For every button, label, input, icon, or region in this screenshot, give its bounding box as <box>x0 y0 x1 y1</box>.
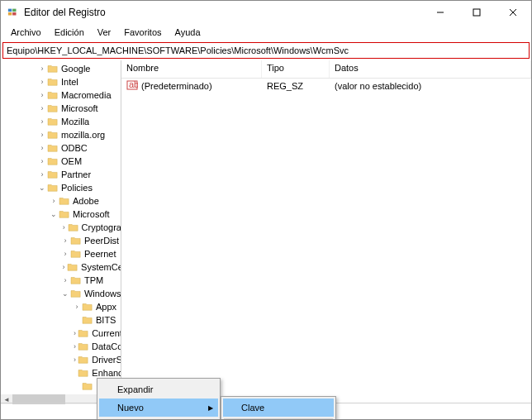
chevron-right-icon[interactable]: › <box>60 250 70 258</box>
tree-label: Intel <box>61 77 78 87</box>
chevron-right-icon: ▶ <box>208 404 213 412</box>
tree-item[interactable]: ›Partner <box>1 168 121 181</box>
maximize-button[interactable] <box>458 1 495 24</box>
menu-ver[interactable]: Ver <box>91 26 118 39</box>
tree-item[interactable]: ›Appx <box>1 300 121 313</box>
chevron-right-icon[interactable]: › <box>37 78 47 86</box>
chevron-right-icon[interactable]: › <box>60 236 70 245</box>
ctx-nuevo[interactable]: Nuevo▶ <box>99 399 218 417</box>
tree-item[interactable]: ⌄Microsoft <box>1 208 121 221</box>
chevron-right-icon[interactable]: › <box>37 104 47 112</box>
svg-text:ab: ab <box>129 79 138 89</box>
tree-item[interactable]: ⌄Policies <box>1 181 121 194</box>
tree-item[interactable]: ›ODBC <box>1 141 121 155</box>
folder-icon <box>47 183 59 193</box>
folder-icon <box>59 209 70 219</box>
svg-rect-0 <box>8 9 12 12</box>
ctx-expandir[interactable]: Expandir <box>99 380 218 399</box>
tree-label: Microsoft <box>61 103 98 113</box>
col-data[interactable]: Datos <box>330 60 531 78</box>
tree-item[interactable]: ›DriverSearc <box>1 353 121 366</box>
svg-rect-3 <box>12 12 16 16</box>
list-view[interactable]: Nombre Tipo Datos ab (Predeterminado) RE… <box>121 60 531 404</box>
tree-item[interactable]: ›Mozilla <box>1 115 121 128</box>
chevron-down-icon[interactable]: ⌄ <box>49 210 59 218</box>
close-button[interactable] <box>495 1 531 24</box>
tree-label: DriverSearc <box>92 355 121 365</box>
tree-label: CurrentVers <box>92 328 121 338</box>
tree-item[interactable]: ›Intel <box>1 75 121 88</box>
tree-label: mozilla.org <box>61 130 105 140</box>
folder-icon <box>47 90 59 100</box>
chevron-right-icon[interactable]: › <box>60 276 70 284</box>
tree-label: BITS <box>96 315 116 325</box>
tree-item[interactable]: ›TPM <box>1 274 121 287</box>
tree-item[interactable]: ›Macromedia <box>1 88 121 102</box>
tree-item[interactable]: ›DataCollecti <box>1 340 121 353</box>
tree-label: Cryptography <box>82 222 121 232</box>
chevron-right-icon[interactable]: › <box>60 263 67 271</box>
tree-item[interactable]: ›CurrentVers <box>1 327 121 340</box>
tree-item[interactable]: ›Cryptography <box>1 221 121 234</box>
menu-ayuda[interactable]: Ayuda <box>169 26 207 39</box>
tree-item[interactable]: ›Microsoft <box>1 102 121 115</box>
tree-label: SystemCertific <box>81 262 121 272</box>
address-bar[interactable]: Equipo\HKEY_LOCAL_MACHINE\SOFTWARE\Polic… <box>2 42 530 59</box>
tree-item[interactable]: ›PeerDist <box>1 234 121 247</box>
tree-item[interactable]: ›OEM <box>1 155 121 168</box>
tree-item[interactable]: ›SystemCertific <box>1 260 121 274</box>
folder-icon <box>47 169 59 179</box>
chevron-right-icon[interactable]: › <box>37 64 47 73</box>
string-value-icon: ab <box>126 79 138 93</box>
tree-item[interactable]: BITS <box>1 313 121 327</box>
tree-label: Windows <box>84 289 121 298</box>
cell-type: REG_SZ <box>262 81 330 91</box>
tree-item[interactable]: ›mozilla.org <box>1 128 121 141</box>
chevron-right-icon[interactable]: › <box>37 144 47 152</box>
chevron-right-icon[interactable]: › <box>49 197 59 205</box>
folder-icon <box>67 262 78 272</box>
cell-data: (valor no establecido) <box>330 81 531 91</box>
tree-view[interactable]: ›Google›Intel›Macromedia›Microsoft›Mozil… <box>1 60 121 404</box>
tree-item[interactable]: ›Peernet <box>1 247 121 260</box>
folder-icon <box>47 77 59 87</box>
tree-label: PeerDist <box>84 236 119 246</box>
chevron-right-icon[interactable]: › <box>37 131 47 139</box>
chevron-right-icon[interactable]: › <box>72 356 78 364</box>
main-area: ›Google›Intel›Macromedia›Microsoft›Mozil… <box>1 60 531 404</box>
folder-icon <box>68 222 79 232</box>
ctx-buscar[interactable]: Buscar... <box>99 417 218 420</box>
folder-icon <box>70 289 82 298</box>
chevron-right-icon[interactable]: › <box>72 303 82 311</box>
minimize-button[interactable] <box>422 1 458 24</box>
chevron-right-icon[interactable]: › <box>72 342 78 351</box>
folder-icon <box>82 381 93 391</box>
tree-label: Peernet <box>84 249 116 259</box>
sub-clave[interactable]: Clave <box>223 399 334 417</box>
chevron-right-icon[interactable]: › <box>72 329 78 337</box>
list-row[interactable]: ab (Predeterminado) REG_SZ (valor no est… <box>121 79 531 93</box>
chevron-right-icon[interactable]: › <box>37 170 47 179</box>
menu-archivo[interactable]: Archivo <box>4 26 48 39</box>
folder-icon <box>82 315 93 325</box>
tree-item[interactable]: ⌄Windows <box>1 287 121 300</box>
tree-label: OEM <box>61 156 82 166</box>
menu-favoritos[interactable]: Favoritos <box>117 26 168 39</box>
folder-icon <box>47 143 59 153</box>
col-type[interactable]: Tipo <box>262 60 330 78</box>
chevron-down-icon[interactable]: ⌄ <box>37 184 47 192</box>
chevron-right-icon[interactable]: › <box>60 223 68 231</box>
folder-icon <box>78 355 89 365</box>
list-header: Nombre Tipo Datos <box>121 60 531 79</box>
tree-item[interactable]: ›Google <box>1 62 121 75</box>
col-name[interactable]: Nombre <box>121 60 262 78</box>
tree-item[interactable]: ›Adobe <box>1 194 121 208</box>
tree-label: Macromedia <box>61 90 112 100</box>
context-menu: Expandir Nuevo▶ Buscar... Eliminar <box>97 378 221 420</box>
chevron-right-icon[interactable]: › <box>37 117 47 126</box>
chevron-down-icon[interactable]: ⌄ <box>60 289 70 298</box>
menu-edicion[interactable]: Edición <box>48 26 91 39</box>
chevron-right-icon[interactable]: › <box>37 157 47 165</box>
folder-icon <box>47 156 59 166</box>
chevron-right-icon[interactable]: › <box>37 91 47 99</box>
